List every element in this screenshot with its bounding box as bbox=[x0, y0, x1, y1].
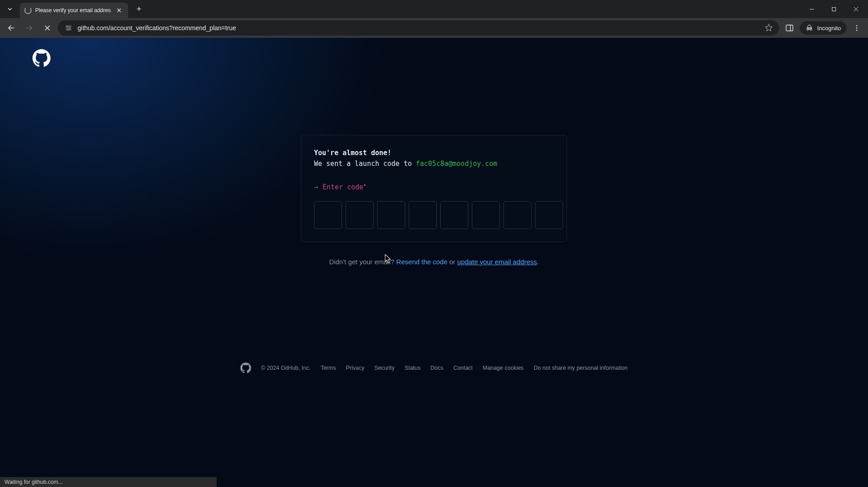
tab-title: Please verify your email addres bbox=[35, 7, 111, 14]
minimize-button[interactable] bbox=[802, 2, 822, 16]
card-subheading: We sent a launch code to fac05c8a@moodjo… bbox=[314, 160, 554, 168]
svg-point-6 bbox=[856, 25, 858, 27]
loading-spinner-icon bbox=[24, 7, 32, 14]
email-address: fac05c8a@moodjoy.com bbox=[416, 160, 498, 168]
side-panel-button[interactable] bbox=[782, 20, 797, 36]
bookmark-button[interactable] bbox=[765, 23, 773, 33]
footer-copyright: © 2024 GitHub, Inc. bbox=[261, 365, 311, 371]
star-icon bbox=[765, 23, 773, 32]
arrow-right-icon bbox=[25, 24, 33, 32]
footer-link-docs[interactable]: Docs bbox=[430, 365, 443, 371]
chevron-down-icon bbox=[7, 6, 13, 12]
code-digit-3[interactable] bbox=[377, 201, 405, 229]
arrow-left-icon bbox=[7, 24, 15, 32]
incognito-icon bbox=[805, 24, 813, 32]
page-footer: © 2024 GitHub, Inc. Terms Privacy Securi… bbox=[240, 363, 628, 373]
incognito-label: Incognito bbox=[817, 25, 841, 32]
browser-menu-button[interactable] bbox=[849, 20, 864, 36]
github-logo-icon[interactable] bbox=[32, 49, 51, 67]
code-digit-7[interactable] bbox=[503, 201, 531, 229]
close-icon bbox=[44, 25, 51, 31]
code-digit-2[interactable] bbox=[346, 201, 374, 229]
browser-toolbar: github.com/account_verifications?recomme… bbox=[0, 18, 868, 38]
minimize-icon bbox=[809, 7, 814, 12]
new-tab-button[interactable]: + bbox=[133, 3, 145, 15]
resend-row: Didn't get your email? Resend the code o… bbox=[299, 258, 569, 266]
address-bar[interactable]: github.com/account_verifications?recomme… bbox=[58, 20, 779, 36]
svg-point-7 bbox=[856, 28, 858, 29]
close-icon bbox=[854, 7, 859, 12]
code-input-group bbox=[314, 201, 554, 229]
close-window-button[interactable] bbox=[846, 2, 866, 16]
tab-strip: Please verify your email addres ✕ + bbox=[0, 0, 868, 18]
stop-reload-button[interactable] bbox=[40, 20, 55, 36]
site-info-button[interactable] bbox=[64, 23, 73, 32]
panel-icon bbox=[785, 24, 794, 32]
url-text: github.com/account_verifications?recomme… bbox=[78, 24, 760, 32]
close-tab-button[interactable]: ✕ bbox=[115, 6, 124, 15]
resend-or: or bbox=[448, 258, 457, 266]
maximize-icon bbox=[831, 7, 836, 12]
resend-period: . bbox=[537, 258, 539, 266]
browser-tab[interactable]: Please verify your email addres ✕ bbox=[20, 3, 128, 18]
footer-link-do-not-share[interactable]: Do not share my personal information bbox=[534, 365, 628, 371]
footer-link-privacy[interactable]: Privacy bbox=[346, 365, 365, 371]
status-bar: Waiting for github.com... bbox=[0, 477, 217, 487]
footer-link-status[interactable]: Status bbox=[405, 365, 420, 371]
maximize-button[interactable] bbox=[824, 2, 844, 16]
footer-link-security[interactable]: Security bbox=[374, 365, 395, 371]
code-digit-1[interactable] bbox=[314, 201, 342, 229]
forward-button[interactable] bbox=[22, 20, 37, 36]
back-button[interactable] bbox=[4, 20, 19, 36]
arrow-right-icon: → bbox=[314, 183, 318, 191]
resend-code-link[interactable]: Resend the code bbox=[396, 258, 447, 266]
enter-code-label-row: → Enter code* bbox=[314, 183, 554, 191]
footer-link-manage-cookies[interactable]: Manage cookies bbox=[483, 365, 524, 371]
svg-rect-0 bbox=[832, 7, 836, 11]
enter-code-label: Enter code* bbox=[323, 183, 366, 191]
verification-card: You're almost done! We sent a launch cod… bbox=[301, 135, 567, 242]
svg-point-2 bbox=[69, 28, 71, 29]
incognito-badge[interactable]: Incognito bbox=[800, 21, 846, 35]
window-controls bbox=[802, 2, 868, 16]
tune-icon bbox=[65, 24, 72, 32]
page-viewport: You're almost done! We sent a launch cod… bbox=[0, 38, 868, 487]
code-digit-5[interactable] bbox=[440, 201, 468, 229]
browser-chrome: Please verify your email addres ✕ + bbox=[0, 0, 868, 38]
svg-point-3 bbox=[68, 29, 69, 31]
code-digit-6[interactable] bbox=[472, 201, 500, 229]
code-digit-8[interactable] bbox=[535, 201, 563, 229]
kebab-icon bbox=[853, 24, 860, 32]
tab-search-dropdown[interactable] bbox=[4, 3, 16, 15]
resend-prefix: Didn't get your email? bbox=[329, 258, 397, 266]
svg-point-8 bbox=[856, 30, 858, 31]
github-logo-icon bbox=[240, 363, 251, 373]
card-subheading-prefix: We sent a launch code to bbox=[314, 160, 416, 168]
footer-link-contact[interactable]: Contact bbox=[453, 365, 473, 371]
svg-point-1 bbox=[67, 26, 68, 27]
update-email-link[interactable]: update your email address bbox=[457, 258, 537, 266]
card-heading: You're almost done! bbox=[314, 149, 554, 157]
svg-rect-4 bbox=[786, 25, 793, 31]
footer-link-terms[interactable]: Terms bbox=[321, 365, 336, 371]
code-digit-4[interactable] bbox=[409, 201, 437, 229]
